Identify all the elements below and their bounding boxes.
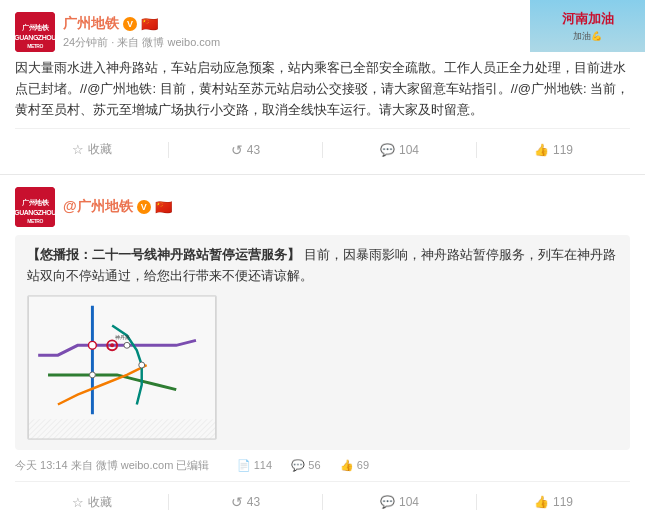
- repost-icon-2: ↺: [231, 494, 243, 510]
- collect-icon-2: ☆: [72, 495, 84, 510]
- avatar-post-1[interactable]: 广州地铁 GUANGZHOU METRO: [15, 12, 55, 52]
- comment-icon-2: 💬: [380, 495, 395, 509]
- like-icon-1: 👍: [534, 143, 549, 157]
- collect-label: 收藏: [88, 141, 112, 158]
- comment-icon-footer: 💬: [291, 459, 305, 471]
- svg-text:GUANGZHOU: GUANGZHOU: [15, 209, 55, 216]
- verified-badge-2: V: [137, 200, 151, 214]
- post-2-header: 广州地铁 GUANGZHOU METRO @广州地铁 V 🇨🇳: [15, 187, 630, 227]
- post-2: 广州地铁 GUANGZHOU METRO @广州地铁 V 🇨🇳 【悠播报：二十一…: [0, 175, 645, 510]
- svg-text:广州地铁: 广州地铁: [21, 23, 50, 31]
- file-icon: 📄: [237, 459, 251, 471]
- like-count-1: 119: [553, 143, 573, 157]
- svg-text:METRO: METRO: [27, 43, 43, 49]
- svg-text:METRO: METRO: [27, 218, 43, 224]
- metro-map-image[interactable]: 神丹路: [27, 295, 217, 440]
- post-1-content: 因大量雨水进入神舟路站，车站启动应急预案，站内乘客已全部安全疏散。工作人员正全力…: [15, 58, 630, 120]
- post-2-username[interactable]: @广州地铁 V 🇨🇳: [63, 198, 630, 216]
- svg-text:神丹路: 神丹路: [115, 334, 130, 340]
- collect-label-2: 收藏: [88, 494, 112, 510]
- svg-rect-10: [28, 419, 215, 439]
- repost-count-footer: 📄 114: [237, 459, 275, 471]
- post-1-actions: ☆ 收藏 ↺ 43 💬 104 👍 119: [15, 128, 630, 162]
- like-icon-footer: 👍: [340, 459, 354, 471]
- comment-button-2[interactable]: 💬 104: [323, 491, 476, 510]
- ad-text: 河南加油: [562, 10, 614, 28]
- ad-subtext: 加油💪: [573, 30, 602, 43]
- svg-point-13: [124, 342, 130, 348]
- svg-text:GUANGZHOU: GUANGZHOU: [15, 34, 55, 41]
- flag-badge: 🇨🇳: [141, 16, 158, 32]
- comment-count-2: 104: [399, 495, 419, 509]
- ad-banner: 河南加油 加油💪: [530, 0, 645, 52]
- svg-point-12: [89, 372, 95, 378]
- repost-icon-1: ↺: [231, 142, 243, 158]
- comment-button-1[interactable]: 💬 104: [323, 139, 476, 161]
- repost-button-1[interactable]: ↺ 43: [169, 138, 322, 162]
- avatar-post-2[interactable]: 广州地铁 GUANGZHOU METRO: [15, 187, 55, 227]
- comment-count-1: 104: [399, 143, 419, 157]
- like-button-1[interactable]: 👍 119: [477, 139, 630, 161]
- post-2-user-info: @广州地铁 V 🇨🇳: [63, 198, 630, 216]
- svg-text:广州地铁: 广州地铁: [21, 198, 50, 206]
- post-2-actions: ☆ 收藏 ↺ 43 💬 104 👍 119: [15, 481, 630, 510]
- repost-count-2: 43: [247, 495, 260, 509]
- svg-point-14: [139, 362, 145, 368]
- svg-rect-8: [28, 296, 215, 439]
- collect-icon: ☆: [72, 142, 84, 157]
- collect-button[interactable]: ☆ 收藏: [15, 137, 168, 162]
- like-count-footer: 👍 69: [340, 459, 369, 471]
- repost-button-2[interactable]: ↺ 43: [169, 490, 322, 510]
- comment-count-footer: 💬 56: [291, 459, 323, 471]
- repost-highlight: 【悠播报：二十一号线神丹路站暂停运营服务】: [27, 247, 300, 262]
- repost-box: 【悠播报：二十一号线神丹路站暂停运营服务】 目前，因暴雨影响，神舟路站暂停服务，…: [15, 235, 630, 450]
- like-icon-2: 👍: [534, 495, 549, 509]
- post-2-footer: 今天 13:14 来自 微博 weibo.com 已编辑 📄 114 💬 56 …: [15, 458, 630, 473]
- comment-icon-1: 💬: [380, 143, 395, 157]
- svg-point-11: [88, 341, 96, 349]
- repost-main-content: 【悠播报：二十一号线神丹路站暂停运营服务】 目前，因暴雨影响，神舟路站暂停服务，…: [27, 245, 618, 287]
- like-count-2: 119: [553, 495, 573, 509]
- verified-badge: V: [123, 17, 137, 31]
- like-button-2[interactable]: 👍 119: [477, 491, 630, 510]
- repost-count-1: 43: [247, 143, 260, 157]
- collect-button-2[interactable]: ☆ 收藏: [15, 490, 168, 510]
- flag-badge-2: 🇨🇳: [155, 199, 172, 215]
- svg-point-16: [110, 343, 114, 347]
